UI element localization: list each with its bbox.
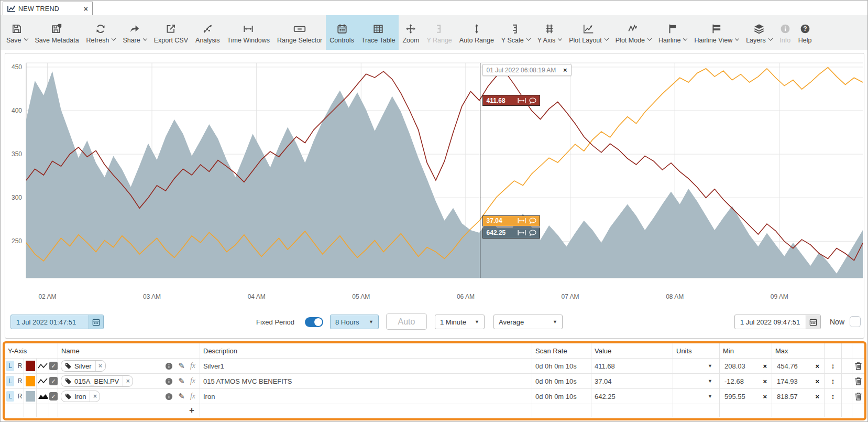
auto-button[interactable]: Auto — [386, 313, 427, 330]
trend-plot[interactable]: 02 AM03 AM04 AM05 AM06 AM07 AM08 AM09 AM… — [5, 53, 864, 310]
left-axis-button[interactable]: L — [6, 391, 14, 402]
toolbar-trace-table-button[interactable]: Trace Table — [358, 15, 399, 50]
edit-icon[interactable]: ✎ — [178, 392, 185, 401]
clear-max-icon[interactable]: × — [815, 393, 819, 401]
fx-icon[interactable]: fx — [190, 377, 195, 385]
visible-checkbox[interactable]: ✓ — [49, 362, 58, 370]
right-axis-button[interactable]: R — [16, 376, 24, 386]
tab-new-trend[interactable]: NEW TREND × — [3, 2, 93, 15]
hairline-value-chip-015a-ben-pv[interactable]: 37.04 — [482, 215, 540, 226]
row-autorange-icon[interactable]: ↕ — [825, 359, 842, 374]
chip-comment-icon[interactable] — [529, 230, 536, 236]
units-cell[interactable]: ▼ — [673, 359, 720, 374]
color-swatch[interactable] — [26, 391, 35, 402]
clear-min-icon[interactable]: × — [763, 362, 767, 370]
min-value: 208.03 — [724, 362, 745, 370]
left-axis-button[interactable]: L — [6, 376, 14, 386]
clear-min-icon[interactable]: × — [763, 393, 767, 401]
toolbar-button-label: Hairline — [658, 37, 687, 44]
toolbar-zoom-button[interactable]: Zoom — [399, 15, 423, 50]
plot-style-cell[interactable] — [37, 359, 49, 374]
remove-tag-icon[interactable]: × — [123, 376, 133, 386]
start-calendar-icon[interactable] — [89, 315, 103, 329]
toolbar-range-selector-button[interactable]: Range Selector — [273, 15, 326, 50]
end-datetime-value[interactable]: 1 Jul 2022 09:47:51 — [735, 315, 806, 329]
max-cell[interactable]: 174.93× — [772, 374, 825, 389]
remove-tag-icon[interactable]: × — [95, 361, 105, 371]
max-cell[interactable]: 818.57× — [772, 389, 825, 404]
delete-row-button[interactable] — [852, 389, 864, 404]
toolbar-help-button[interactable]: ?Help — [795, 15, 816, 50]
toolbar-y-scale-button[interactable]: Y Scale — [498, 15, 534, 50]
hairline-value-chip-iron[interactable]: 642.25 — [482, 228, 540, 239]
visible-checkbox[interactable]: ✓ — [49, 377, 58, 385]
tag-chip[interactable]: 015A_BEN.PV× — [61, 375, 133, 387]
min-cell[interactable]: 595.55× — [720, 389, 772, 404]
delete-row-button[interactable] — [852, 374, 864, 389]
toolbar-save-metadata-button[interactable]: Save Metadata — [31, 15, 83, 50]
edit-icon[interactable]: ✎ — [178, 376, 185, 386]
plot-style-cell[interactable] — [37, 389, 49, 404]
info-icon[interactable] — [165, 362, 173, 370]
left-axis-button[interactable]: L — [6, 361, 14, 371]
fixed-period-toggle[interactable] — [305, 317, 323, 327]
toolbar-export-csv-button[interactable]: Export CSV — [150, 15, 192, 50]
toolbar-layers-button[interactable]: Layers — [742, 15, 776, 50]
toolbar-hairline-view-button[interactable]: Hairline View — [690, 15, 742, 50]
clear-min-icon[interactable]: × — [763, 377, 767, 385]
add-trace-button[interactable]: + — [189, 405, 194, 416]
min-cell[interactable]: -12.68× — [720, 374, 772, 389]
start-datetime-value[interactable]: 1 Jul 2022 01:47:51 — [11, 315, 89, 329]
row-autorange-icon[interactable]: ↕ — [825, 374, 842, 389]
add-trace-row: + — [5, 404, 864, 417]
color-swatch[interactable] — [26, 361, 35, 371]
chip-comment-icon[interactable] — [529, 98, 536, 104]
delete-row-button[interactable] — [852, 359, 864, 374]
toolbar-refresh-button[interactable]: Refresh — [83, 15, 119, 50]
now-checkbox[interactable] — [850, 316, 861, 327]
clear-max-icon[interactable]: × — [815, 377, 819, 385]
chip-comment-icon[interactable] — [529, 218, 536, 224]
info-icon[interactable] — [165, 393, 173, 401]
info-icon[interactable] — [165, 377, 173, 385]
row-autorange-icon[interactable]: ↕ — [825, 389, 842, 404]
fx-icon[interactable]: fx — [190, 392, 195, 401]
tag-chip[interactable]: Iron× — [61, 391, 100, 402]
visible-checkbox[interactable]: ✓ — [49, 392, 58, 401]
end-calendar-icon[interactable] — [806, 315, 820, 329]
description-cell: Iron — [200, 389, 532, 404]
hairline-value-chip-silver[interactable]: 411.68 — [482, 95, 540, 106]
period-select[interactable]: 8 Hours ▼ — [330, 315, 379, 329]
units-cell[interactable]: ▼ — [673, 389, 720, 404]
tag-chip[interactable]: Silver× — [61, 360, 106, 372]
interval-select[interactable]: 1 Minute ▼ — [435, 315, 485, 329]
min-cell[interactable]: 208.03× — [720, 359, 772, 374]
toolbar-analysis-button[interactable]: Analysis — [192, 15, 224, 50]
toolbar-button-label: Auto Range — [459, 37, 494, 44]
right-axis-button[interactable]: R — [16, 361, 24, 371]
toolbar-plot-mode-button[interactable]: Plot Mode — [612, 15, 655, 50]
scan-rate-cell: 0d 0h 0m 10s — [532, 389, 591, 404]
toolbar-share-button[interactable]: Share — [119, 15, 150, 50]
chip-value: 411.68 — [487, 97, 506, 104]
max-cell[interactable]: 454.76× — [772, 359, 825, 374]
toolbar-hairline-button[interactable]: Hairline — [655, 15, 690, 50]
toolbar-save-button[interactable]: Save — [3, 15, 31, 50]
fx-icon[interactable]: fx — [190, 362, 195, 370]
toolbar-auto-range-button[interactable]: Auto Range — [456, 15, 498, 50]
aggregate-select[interactable]: Average ▼ — [493, 315, 563, 329]
toolbar-y-axis-button[interactable]: Y Axis — [534, 15, 566, 50]
toolbar-controls-button[interactable]: Controls — [326, 15, 358, 50]
hairline-tooltip[interactable]: 01 Jul 2022 06:08:19 AM× — [482, 64, 572, 76]
edit-icon[interactable]: ✎ — [178, 361, 185, 371]
tab-close-icon[interactable]: × — [84, 5, 88, 13]
right-axis-button[interactable]: R — [16, 391, 24, 402]
clear-max-icon[interactable]: × — [815, 362, 819, 370]
units-cell[interactable]: ▼ — [673, 374, 720, 389]
plot-style-cell[interactable] — [37, 374, 49, 389]
hairline-close-icon[interactable]: × — [563, 67, 567, 73]
color-swatch[interactable] — [26, 376, 35, 386]
toolbar-time-windows-button[interactable]: Time Windows — [224, 15, 274, 50]
toolbar-plot-layout-button[interactable]: Plot Layout — [565, 15, 612, 50]
remove-tag-icon[interactable]: × — [90, 391, 100, 402]
